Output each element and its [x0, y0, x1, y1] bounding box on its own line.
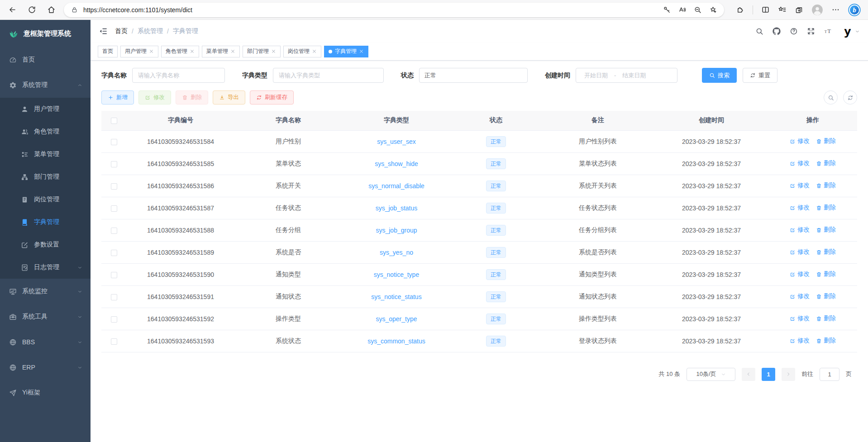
more-icon[interactable]	[831, 5, 840, 14]
row-checkbox[interactable]	[111, 161, 117, 167]
row-delete-link[interactable]: 删除	[816, 137, 836, 145]
bing-icon[interactable]: b	[848, 4, 861, 16]
row-checkbox[interactable]	[111, 338, 117, 345]
refresh-icon[interactable]	[28, 5, 36, 14]
prev-page-button[interactable]	[742, 368, 755, 381]
sidebar-item-system-mgmt[interactable]: 系统管理	[0, 72, 91, 98]
close-icon[interactable]	[359, 49, 364, 54]
row-delete-link[interactable]: 删除	[816, 226, 836, 234]
row-delete-link[interactable]: 删除	[816, 204, 836, 212]
row-delete-link[interactable]: 删除	[816, 181, 836, 190]
row-edit-link[interactable]: 修改	[790, 204, 810, 212]
close-icon[interactable]	[312, 49, 317, 54]
status-select[interactable]: 正常	[419, 68, 528, 83]
next-page-button[interactable]	[782, 368, 795, 381]
date-range-picker[interactable]: 开始日期 - 结束日期	[576, 68, 677, 83]
row-checkbox[interactable]	[111, 183, 117, 190]
row-delete-link[interactable]: 删除	[816, 292, 836, 300]
sidebar-item-yi-framework[interactable]: Yi框架	[0, 380, 91, 405]
tab-dict-mgmt[interactable]: 字典管理	[324, 46, 368, 57]
row-checkbox[interactable]	[111, 250, 117, 256]
fullscreen-icon[interactable]	[807, 27, 815, 35]
current-page-button[interactable]: 1	[762, 368, 775, 381]
dict-type-link[interactable]: sys_job_group	[376, 227, 417, 234]
row-checkbox[interactable]	[111, 228, 117, 234]
dict-type-link[interactable]: sys_user_sex	[377, 138, 416, 145]
tab-dept-mgmt[interactable]: 部门管理	[243, 46, 281, 57]
search-icon[interactable]	[755, 27, 763, 35]
tab-menu-mgmt[interactable]: 菜单管理	[202, 46, 240, 57]
sidebar-item-bbs[interactable]: BBS	[0, 329, 91, 355]
close-icon[interactable]	[271, 49, 276, 54]
dict-type-link[interactable]: sys_show_hide	[375, 160, 418, 167]
profile-avatar[interactable]	[811, 4, 823, 16]
row-delete-link[interactable]: 删除	[816, 159, 836, 167]
read-aloud-icon[interactable]	[678, 6, 686, 14]
dict-type-link[interactable]: sys_common_status	[367, 337, 425, 345]
sidebar-item-home[interactable]: 首页	[0, 47, 91, 72]
search-button[interactable]: 搜索	[702, 68, 737, 83]
reset-button[interactable]: 重置	[743, 68, 777, 83]
refresh-cache-button[interactable]: 刷新缓存	[250, 90, 294, 105]
refresh-table-button[interactable]	[843, 90, 857, 105]
dict-type-link[interactable]: sys_yes_no	[380, 249, 413, 256]
row-edit-link[interactable]: 修改	[790, 137, 810, 145]
row-edit-link[interactable]: 修改	[790, 181, 810, 190]
row-delete-link[interactable]: 删除	[816, 248, 836, 256]
dict-type-link[interactable]: sys_notice_type	[374, 271, 419, 278]
row-edit-link[interactable]: 修改	[790, 270, 810, 278]
sidebar-item-dict-mgmt[interactable]: 字典管理	[0, 211, 91, 233]
sidebar-item-post-mgmt[interactable]: 岗位管理	[0, 188, 91, 211]
collections-icon[interactable]	[795, 5, 803, 14]
sidebar-item-role-mgmt[interactable]: 角色管理	[0, 120, 91, 143]
tab-post-mgmt[interactable]: 岗位管理	[283, 46, 321, 57]
goto-page-input[interactable]	[820, 368, 839, 381]
dict-type-link[interactable]: sys_normal_disable	[368, 182, 424, 190]
tab-home[interactable]: 首页	[98, 46, 118, 57]
sidebar-item-dept-mgmt[interactable]: 部门管理	[0, 166, 91, 188]
sidebar-fold-icon[interactable]	[99, 27, 108, 36]
row-edit-link[interactable]: 修改	[790, 292, 810, 300]
sidebar-item-user-mgmt[interactable]: 用户管理	[0, 98, 91, 120]
back-icon[interactable]	[8, 5, 17, 14]
select-all-checkbox[interactable]	[111, 118, 117, 124]
close-icon[interactable]	[190, 49, 195, 54]
dict-name-input[interactable]	[132, 68, 225, 83]
key-icon[interactable]	[663, 6, 671, 14]
toggle-search-button[interactable]	[824, 90, 838, 105]
row-checkbox[interactable]	[111, 205, 117, 212]
sidebar-item-log-mgmt[interactable]: 日志管理	[0, 256, 91, 279]
home-icon[interactable]	[47, 5, 56, 14]
sidebar-item-menu-mgmt[interactable]: 菜单管理	[0, 143, 91, 166]
dict-type-link[interactable]: sys_oper_type	[376, 315, 417, 323]
row-checkbox[interactable]	[111, 272, 117, 278]
font-size-icon[interactable]: TT	[824, 27, 832, 35]
dict-type-link[interactable]: sys_job_status	[376, 204, 418, 212]
sidebar-item-system-tools[interactable]: 系统工具	[0, 304, 91, 329]
row-delete-link[interactable]: 删除	[816, 337, 836, 345]
github-icon[interactable]	[773, 27, 781, 35]
help-icon[interactable]	[790, 27, 798, 35]
row-edit-link[interactable]: 修改	[790, 159, 810, 167]
row-edit-link[interactable]: 修改	[790, 337, 810, 345]
user-menu[interactable]: y	[844, 25, 860, 38]
split-screen-icon[interactable]	[761, 5, 770, 14]
page-size-select[interactable]: 10条/页	[687, 368, 735, 381]
close-icon[interactable]	[230, 49, 235, 54]
add-button[interactable]: 新增	[101, 90, 134, 105]
row-delete-link[interactable]: 删除	[816, 270, 836, 278]
address-bar[interactable]: https://ccnetcore.com:1101/system/dict	[64, 3, 724, 17]
dict-type-input[interactable]	[273, 68, 384, 83]
tab-user-mgmt[interactable]: 用户管理	[120, 46, 158, 57]
row-delete-link[interactable]: 删除	[816, 314, 836, 323]
sidebar-item-erp[interactable]: ERP	[0, 355, 91, 380]
extensions-icon[interactable]	[736, 5, 744, 14]
dict-type-link[interactable]: sys_notice_status	[371, 293, 421, 300]
export-button[interactable]: 导出	[213, 90, 245, 105]
favorites-bar-icon[interactable]	[778, 5, 787, 14]
row-checkbox[interactable]	[111, 139, 117, 145]
row-checkbox[interactable]	[111, 294, 117, 300]
sidebar-item-system-monitor[interactable]: 系统监控	[0, 279, 91, 304]
tab-role-mgmt[interactable]: 角色管理	[161, 46, 199, 57]
zoom-out-icon[interactable]	[694, 6, 701, 14]
